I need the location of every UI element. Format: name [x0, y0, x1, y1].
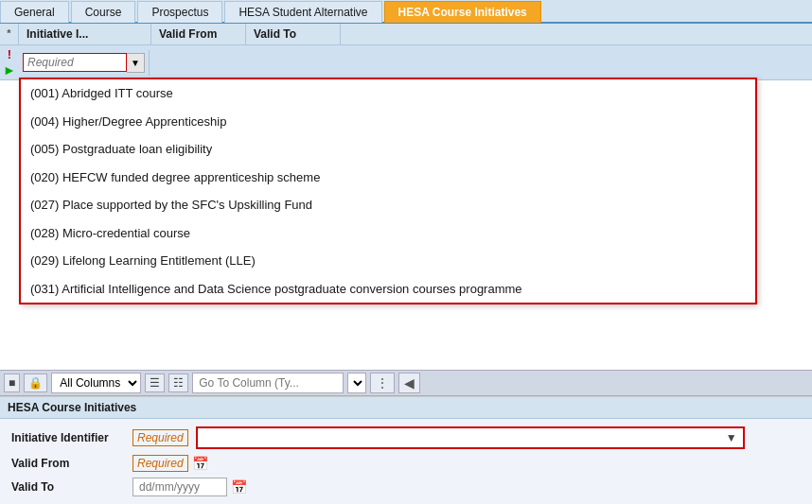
form-rows: Initiative Identifier Required ▼ Valid F… — [0, 419, 812, 504]
form-section: HESA Course Initiatives Initiative Ident… — [0, 396, 812, 504]
bottom-toolbar: ■ 🔒 All Columns ☰ ☷ ▼ ⋮ ◀ — [0, 370, 812, 396]
toolbar-grid-btn[interactable]: ☰ — [145, 374, 165, 392]
dropdown-item-3[interactable]: (020) HEFCW funded degree apprenticeship… — [21, 164, 755, 192]
initiative-dropdown-btn[interactable]: ▼ — [127, 53, 145, 73]
table-header: * Initiative I... Valid From Valid To — [0, 24, 812, 45]
valid-from-required-text: Required — [132, 455, 188, 472]
row-indicators: ! ► — [0, 45, 19, 79]
main-container: General Course Prospectus HESA Student A… — [0, 0, 812, 504]
valid-from-date-wrapper: Required 📅 — [132, 455, 208, 472]
form-title: HESA Course Initiatives — [0, 397, 812, 419]
dropdown-item-0[interactable]: (001) Abridged ITT course — [21, 79, 755, 108]
dropdown-list: (001) Abridged ITT course (004) Higher/D… — [19, 78, 757, 304]
dropdown-item-6[interactable]: (029) Lifelong Learning Entitlement (LLE… — [21, 247, 755, 275]
lock-icon: 🔒 — [28, 376, 43, 390]
valid-to-date-wrapper: 📅 — [132, 478, 247, 496]
col-header-initiative: Initiative I... — [19, 24, 151, 44]
dropdown-item-4[interactable]: (027) Place supported by the SFC's Upski… — [21, 191, 755, 219]
form-row-initiative: Initiative Identifier Required ▼ — [11, 426, 801, 449]
valid-from-calendar-icon[interactable]: 📅 — [192, 456, 208, 471]
toolbar-scroll-left[interactable]: ◀ — [398, 373, 420, 393]
tab-bar: General Course Prospectus HESA Student A… — [0, 0, 812, 24]
scroll-left-icon: ◀ — [404, 375, 415, 391]
filter-icon: ☷ — [173, 376, 184, 390]
table-section: * Initiative I... Valid From Valid To ! … — [0, 24, 812, 370]
toolbar-nav-btn[interactable]: ■ — [4, 374, 20, 392]
toolbar-lock-btn[interactable]: 🔒 — [24, 374, 47, 392]
goto-dropdown[interactable]: ▼ — [347, 373, 366, 393]
new-record-icon: ► — [3, 62, 16, 78]
exclaim-icon: ! — [8, 47, 11, 61]
form-row-valid-from: Valid From Required 📅 — [11, 455, 801, 472]
initiative-cell[interactable]: ▼ — [19, 50, 150, 76]
valid-from-label: Valid From — [11, 457, 125, 470]
toolbar-filter-btn[interactable]: ☷ — [168, 374, 188, 392]
tab-prospectus[interactable]: Prospectus — [137, 1, 222, 23]
dropdown-item-7[interactable]: (031) Artificial Intelligence and Data S… — [21, 275, 755, 304]
col-marker-star: * — [0, 24, 19, 44]
tab-general[interactable]: General — [0, 1, 69, 23]
new-data-row: ! ► ▼ — [0, 45, 812, 80]
initiative-form-dropdown-icon[interactable]: ▼ — [720, 431, 743, 444]
initiative-required-text: Required — [132, 429, 188, 446]
initiative-form-input[interactable] — [198, 428, 720, 447]
toolbar-pin-btn[interactable]: ⋮ — [370, 373, 395, 393]
dropdown-item-1[interactable]: (004) Higher/Degree Apprenticeship — [21, 108, 755, 136]
valid-to-label: Valid To — [11, 480, 125, 494]
initiative-input[interactable] — [23, 53, 127, 72]
dropdown-item-2[interactable]: (005) Postgraduate loan eligibility — [21, 135, 755, 164]
col-header-valid-from: Valid From — [151, 24, 246, 44]
dropdown-item-5[interactable]: (028) Micro-credential course — [21, 219, 755, 248]
initiative-label: Initiative Identifier — [11, 431, 125, 444]
pin-icon: ⋮ — [376, 375, 389, 391]
columns-select[interactable]: All Columns — [51, 373, 141, 393]
valid-to-calendar-icon[interactable]: 📅 — [231, 479, 247, 495]
goto-column-input[interactable] — [192, 373, 344, 393]
nav-icon: ■ — [9, 376, 15, 390]
valid-to-input[interactable] — [132, 478, 227, 496]
grid-icon: ☰ — [150, 376, 160, 390]
initiative-form-input-wrapper[interactable]: ▼ — [196, 426, 745, 449]
tab-hesa-course-initiatives[interactable]: HESA Course Initiatives — [384, 1, 541, 23]
col-header-valid-to: Valid To — [246, 24, 341, 44]
tab-hesa-student-alt[interactable]: HESA Student Alternative — [224, 1, 381, 23]
form-row-valid-to: Valid To 📅 — [11, 478, 801, 496]
tab-course[interactable]: Course — [71, 1, 136, 23]
